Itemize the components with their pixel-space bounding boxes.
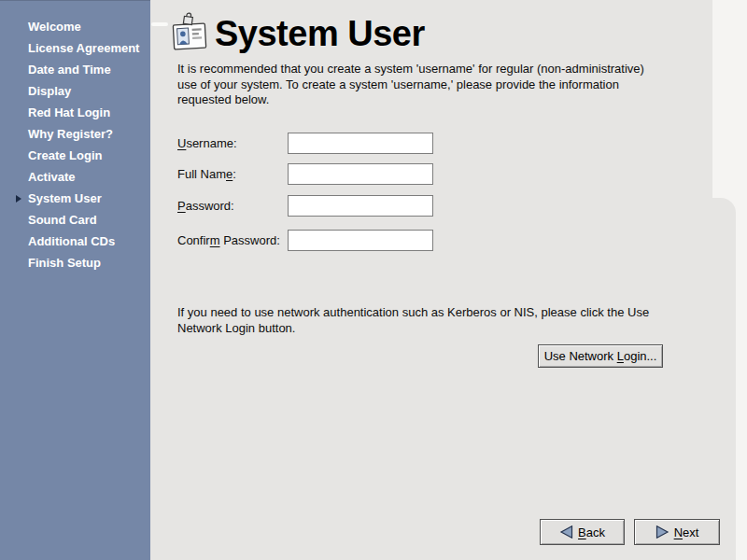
username-row: Username: bbox=[177, 133, 288, 154]
page-title: System User bbox=[215, 14, 425, 53]
sidebar-item-welcome[interactable]: Welcome bbox=[0, 16, 150, 37]
back-button-label: Back bbox=[578, 525, 605, 539]
sidebar-item-additional-cds[interactable]: Additional CDs bbox=[0, 231, 150, 252]
confirm-password-input[interactable] bbox=[288, 230, 433, 251]
password-label: Password: bbox=[177, 199, 288, 213]
sidebar-item-finish-setup[interactable]: Finish Setup bbox=[0, 252, 150, 273]
next-button-label: Next bbox=[674, 525, 699, 539]
sidebar-item-activate[interactable]: Activate bbox=[0, 166, 150, 188]
full-name-input[interactable] bbox=[288, 163, 433, 185]
confirm-password-row: Confirm Password: bbox=[177, 230, 288, 251]
sidebar-item-date-and-time[interactable]: Date and Time bbox=[0, 59, 150, 80]
use-network-login-button[interactable]: Use Network Login... bbox=[538, 344, 663, 368]
sidebar-item-create-login[interactable]: Create Login bbox=[0, 145, 150, 166]
back-arrow-icon bbox=[559, 525, 573, 539]
confirm-password-label: Confirm Password: bbox=[177, 233, 288, 247]
network-auth-note: If you need to use network authenticatio… bbox=[177, 305, 652, 336]
next-arrow-icon bbox=[655, 525, 669, 539]
next-button[interactable]: Next bbox=[634, 519, 720, 545]
password-input[interactable] bbox=[288, 195, 433, 217]
intro-text: It is recommended that you create a syst… bbox=[177, 62, 646, 108]
id-badge-icon bbox=[171, 12, 208, 53]
sidebar-item-red-hat-login[interactable]: Red Hat Login bbox=[0, 102, 150, 123]
connector-dash bbox=[151, 22, 168, 26]
sidebar-item-license-agreement[interactable]: License Agreement bbox=[0, 37, 150, 59]
password-row: Password: bbox=[177, 195, 288, 217]
firstboot-window: Welcome License Agreement Date and Time … bbox=[0, 0, 747, 560]
sidebar-item-why-register[interactable]: Why Register? bbox=[0, 123, 150, 145]
steps-sidebar: Welcome License Agreement Date and Time … bbox=[0, 0, 150, 560]
username-label: Username: bbox=[177, 136, 288, 150]
full-name-label: Full Name: bbox=[177, 167, 288, 181]
sidebar-item-system-user[interactable]: System User bbox=[0, 188, 150, 209]
content-panel-bottom bbox=[150, 198, 736, 560]
back-button[interactable]: Back bbox=[540, 519, 625, 545]
username-input[interactable] bbox=[288, 133, 433, 154]
full-name-row: Full Name: bbox=[177, 163, 288, 185]
current-step-arrow-icon bbox=[16, 195, 21, 203]
sidebar-item-sound-card[interactable]: Sound Card bbox=[0, 209, 150, 231]
sidebar-item-display[interactable]: Display bbox=[0, 80, 150, 102]
